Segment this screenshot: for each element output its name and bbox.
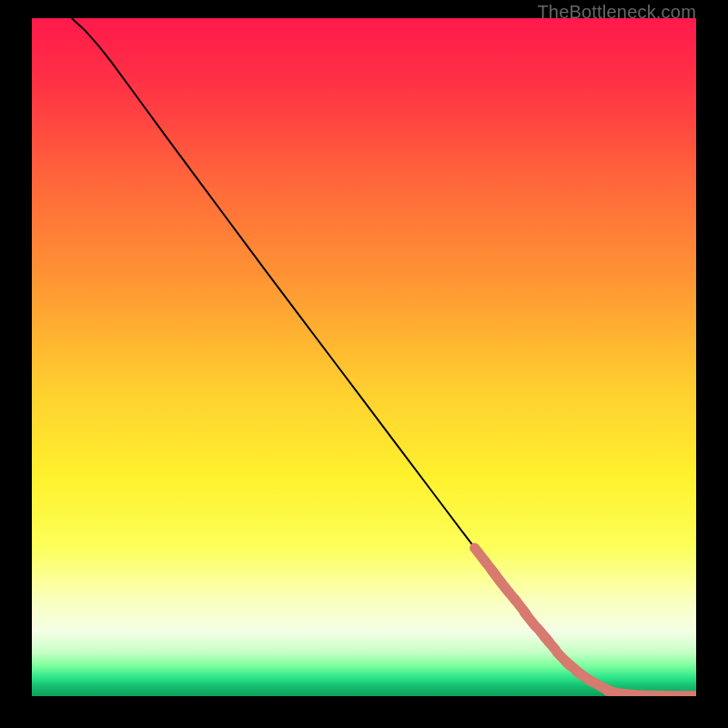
chart-stage: TheBottleneck.com [0, 0, 728, 728]
gradient-background [32, 18, 696, 696]
bottleneck-chart [32, 18, 696, 696]
